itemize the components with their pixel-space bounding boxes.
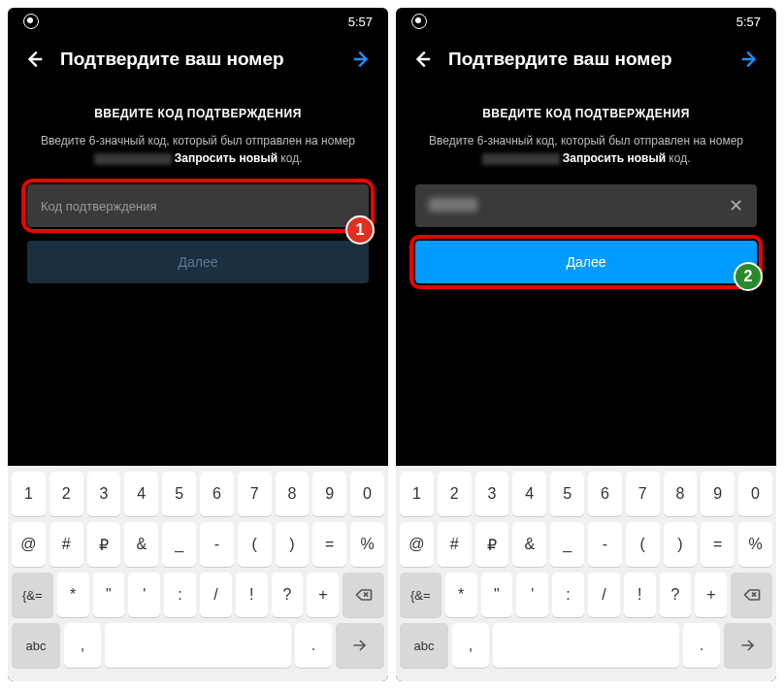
kb-key[interactable]: ' <box>128 573 160 617</box>
kb-key[interactable]: ) <box>664 522 698 567</box>
app-status-icon <box>411 14 427 29</box>
kb-key[interactable]: * <box>57 573 89 617</box>
kb-key[interactable]: & <box>512 522 546 567</box>
kb-key[interactable]: 6 <box>200 472 234 516</box>
code-input-wrap: ✕ <box>415 184 757 227</box>
kb-enter-key[interactable] <box>724 623 772 668</box>
kb-key[interactable]: : <box>552 573 584 617</box>
kb-enter-key[interactable] <box>336 623 384 668</box>
request-new-link[interactable]: Запросить новый <box>175 151 278 165</box>
kb-key[interactable]: 0 <box>738 472 772 516</box>
kb-abc-key[interactable]: abc <box>400 623 448 668</box>
kb-space-key[interactable] <box>493 623 679 668</box>
redacted-phone <box>482 153 560 165</box>
kb-key[interactable]: 4 <box>512 472 546 516</box>
kb-key[interactable]: 3 <box>475 472 509 516</box>
kb-key[interactable]: 1 <box>400 472 434 516</box>
kb-space-key[interactable] <box>105 623 291 668</box>
kb-symbols-key[interactable]: {&= <box>12 573 53 617</box>
code-input-wrap: 1 <box>27 184 369 227</box>
kb-key[interactable]: @ <box>12 522 46 567</box>
kb-key[interactable]: 9 <box>701 472 735 516</box>
kb-dot-key[interactable]: . <box>295 623 332 668</box>
kb-key[interactable]: 9 <box>312 472 346 516</box>
kb-comma-key[interactable]: , <box>452 623 489 668</box>
kb-key[interactable]: 8 <box>276 472 310 516</box>
phone-screen-2: 5:57 Подтвердите ваш номер ВВЕДИТЕ КОД П… <box>396 8 776 681</box>
header: Подтвердите ваш номер <box>8 35 388 83</box>
kb-key[interactable]: ( <box>238 522 272 567</box>
request-new-link[interactable]: Запросить новый <box>563 151 666 165</box>
kb-key[interactable]: 5 <box>550 472 584 516</box>
next-button[interactable]: Далее <box>27 241 369 283</box>
kb-key[interactable]: ) <box>276 522 310 567</box>
kb-key[interactable]: = <box>701 522 735 567</box>
back-arrow-icon[interactable] <box>23 49 45 70</box>
kb-dot-key[interactable]: . <box>683 623 720 668</box>
kb-row-1b: 1234567890 <box>400 472 772 516</box>
next-button[interactable]: Далее <box>415 241 757 283</box>
kb-row-2: @#₽&_-()=% <box>12 522 384 567</box>
kb-abc-key[interactable]: abc <box>12 623 60 668</box>
kb-key[interactable]: # <box>438 522 472 567</box>
redacted-code <box>429 198 477 212</box>
kb-key[interactable]: - <box>588 522 622 567</box>
confirmation-code-input[interactable] <box>27 184 369 227</box>
forward-arrow-icon[interactable] <box>351 49 373 70</box>
kb-key[interactable]: % <box>350 522 384 567</box>
kb-key[interactable]: + <box>307 573 339 617</box>
kb-key[interactable]: 8 <box>664 472 698 516</box>
kb-key[interactable]: 6 <box>588 472 622 516</box>
kb-key[interactable]: ? <box>272 573 304 617</box>
kb-key[interactable]: ₽ <box>87 522 121 567</box>
callout-badge-1: 1 <box>345 215 375 245</box>
content-area: ВВЕДИТЕ КОД ПОДТВЕРЖДЕНИЯ Введите 6-знач… <box>8 83 388 167</box>
kb-key[interactable]: ! <box>624 573 656 617</box>
kb-key[interactable]: ? <box>660 573 692 617</box>
kb-key[interactable]: 7 <box>238 472 272 516</box>
kb-key[interactable]: = <box>312 522 346 567</box>
kb-key[interactable]: / <box>200 573 232 617</box>
forward-arrow-icon[interactable] <box>739 49 761 70</box>
kb-key[interactable]: - <box>200 522 234 567</box>
kb-key[interactable]: ( <box>626 522 660 567</box>
kb-row-1: 1234567890 <box>12 472 384 516</box>
kb-key[interactable]: _ <box>550 522 584 567</box>
kb-backspace-key[interactable] <box>343 573 384 617</box>
kb-key[interactable]: + <box>695 573 727 617</box>
kb-key[interactable]: @ <box>400 522 434 567</box>
kb-key[interactable]: 5 <box>162 472 196 516</box>
status-bar: 5:57 <box>396 8 776 35</box>
kb-symbols-key[interactable]: {&= <box>400 573 441 617</box>
kb-key[interactable]: ! <box>236 573 268 617</box>
content-heading: ВВЕДИТЕ КОД ПОДТВЕРЖДЕНИЯ <box>415 107 757 120</box>
kb-key[interactable]: & <box>124 522 158 567</box>
kb-key[interactable]: # <box>49 522 83 567</box>
kb-key[interactable]: / <box>588 573 620 617</box>
kb-key[interactable]: " <box>93 573 125 617</box>
page-title: Подтвердите ваш номер <box>60 49 336 70</box>
content-description: Введите 6-значный код, который был отпра… <box>27 132 369 167</box>
kb-key[interactable]: : <box>164 573 196 617</box>
clear-input-icon[interactable]: ✕ <box>726 196 745 215</box>
kb-key[interactable]: ₽ <box>475 522 509 567</box>
kb-key[interactable]: ' <box>516 573 548 617</box>
kb-key[interactable]: " <box>481 573 513 617</box>
kb-key[interactable]: _ <box>162 522 196 567</box>
back-arrow-icon[interactable] <box>411 49 433 70</box>
content-description: Введите 6-значный код, который был отпра… <box>415 132 757 167</box>
kb-key[interactable]: * <box>445 573 477 617</box>
kb-key[interactable]: 7 <box>626 472 660 516</box>
content-area: ВВЕДИТЕ КОД ПОДТВЕРЖДЕНИЯ Введите 6-знач… <box>396 83 776 167</box>
kb-key[interactable]: 3 <box>87 472 121 516</box>
kb-key[interactable]: 0 <box>350 472 384 516</box>
kb-key[interactable]: 1 <box>12 472 46 516</box>
kb-key[interactable]: % <box>738 522 772 567</box>
kb-key[interactable]: 2 <box>438 472 472 516</box>
kb-key[interactable]: 4 <box>124 472 158 516</box>
kb-backspace-key[interactable] <box>731 573 772 617</box>
kb-key[interactable]: 2 <box>49 472 83 516</box>
phone-screen-1: 5:57 Подтвердите ваш номер ВВЕДИТЕ КОД П… <box>8 8 388 681</box>
kb-row-3b: {&= *"':/!?+ <box>400 573 772 617</box>
kb-comma-key[interactable]: , <box>64 623 101 668</box>
